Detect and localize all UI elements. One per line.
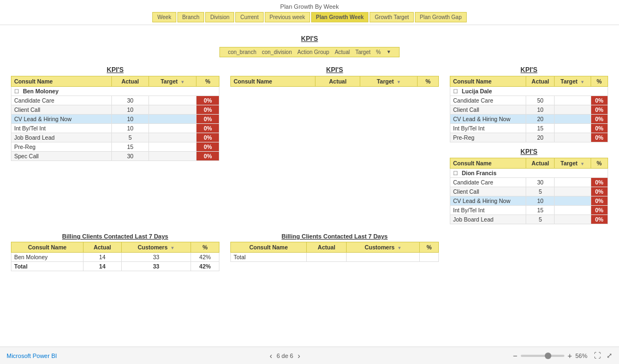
row-name: Candidate Care [450,96,526,105]
row-actual: 14 [84,253,122,262]
row-target [555,215,591,224]
row-actual: 10 [111,105,148,115]
row-percent: 0% [591,115,608,124]
table-row: Candidate Care 30 0% [450,178,608,187]
billing-r-col-percent: % [420,242,439,253]
table-row: Job Board Lead 5 0% [450,215,608,224]
nav-tab-plangrowthweek[interactable]: Plan Growth Week [311,12,369,22]
kpi-left-title: KPI'S [11,66,219,74]
kpi-right-top-wrap: Consult Name Actual Target ▼ % ☐ Lucija … [450,76,608,142]
kpi-mid-table: Consult Name Actual Target ▼ % [230,76,439,87]
zoom-slider-thumb [545,353,551,359]
nav-tab-branch[interactable]: Branch [177,12,205,22]
next-page-button[interactable]: › [297,352,300,360]
row-percent: 0% [591,215,608,224]
nav-tab-current[interactable]: Current [235,12,263,22]
expand-icon-rt[interactable]: ☐ [453,88,458,94]
filter-con-branch[interactable]: con_branch [225,49,258,55]
total-customers: 33 [121,262,191,271]
kpi-rb-col-percent: % [591,158,608,169]
filter-dropdown-icon[interactable]: ▼ [384,49,394,55]
nav-tab-growthtarget[interactable]: Growth Target [370,12,414,22]
nav-tab-division[interactable]: Division [205,12,234,22]
row-name: Job Board Lead [450,215,526,224]
zoom-minus[interactable]: − [513,351,517,360]
prev-page-button[interactable]: ‹ [270,352,272,360]
row-percent: 0% [591,187,608,196]
nav-tab-week[interactable]: Week [152,12,176,22]
fullscreen-icon[interactable]: ⤢ [606,351,612,360]
table-row: Spec Call 30 0% [11,152,219,161]
kpi-left-group-row: ☐ Ben Moloney [11,87,219,96]
row-actual: 10 [526,105,555,115]
kpi-left-table: Consult Name Actual Target ▼ % ☐ Ben Mol… [11,76,219,161]
kpi-rb-col-target: Target ▼ [555,158,591,169]
row-name: Candidate Care [450,178,526,187]
row-target [555,124,591,133]
row-name: Pre-Reg [450,133,526,142]
table-row: CV Lead & Hiring Now 20 0% [450,115,608,124]
row-percent: 0% [591,133,608,142]
zoom-plus[interactable]: + [568,351,572,360]
kpi-left-person: Ben Moloney [23,88,58,94]
row-actual: 15 [111,142,148,152]
filter-percent[interactable]: % [374,49,383,55]
row-percent: 0% [197,142,219,152]
nav-tab-plangrowthhgap[interactable]: Plan Growth Gap [415,12,467,22]
table-row: Pre-Reg 15 0% [11,142,219,152]
kpi-left-col-target: Target ▼ [149,76,197,87]
row-name: Candidate Care [11,96,112,105]
row-actual: 10 [111,124,148,133]
row-percent: 0% [197,133,219,142]
table-row: Client Call 5 0% [450,187,608,196]
billing-col-customers: Customers ▼ [121,242,191,253]
kpi-rb-group-name: ☐ Dion Francis [450,169,608,178]
row-name: Job Board Lead [11,133,112,142]
row-percent: 0% [197,152,219,161]
row-actual: 10 [111,115,148,124]
filter-target[interactable]: Target [353,49,373,55]
kpi-left-col-percent: % [197,76,219,87]
kpi-rb-group-row: ☐ Dion Francis [450,169,608,178]
kpi-panel-right-bottom: KPI'S Consult Name Actual Target ▼ % [450,148,608,224]
billing-section-left: Billing Clients Contacted Last 7 Days Co… [11,233,219,271]
row-percent: 0% [591,124,608,133]
row-actual: 30 [111,152,148,161]
row-target [149,115,197,124]
nav-tabs: Week Branch Division Current Previous we… [152,12,466,22]
billing-left-table: Consult Name Actual Customers ▼ % Ben Mo… [11,242,219,271]
filter-actual[interactable]: Actual [332,49,352,55]
table-row: Int By/Tel Int 10 0% [11,124,219,133]
total-actual [306,253,346,262]
fit-screen-icon[interactable]: ⛶ [594,351,601,360]
powerbi-link[interactable]: Microsoft Power BI [7,353,57,359]
row-name: Ben Moloney [11,253,84,262]
zoom-slider[interactable] [521,355,564,357]
total-customers [347,253,420,262]
row-percent: 0% [591,105,608,115]
row-actual: 15 [526,206,555,215]
kpi-right-top-title: KPI'S [450,66,608,74]
table-row: Ben Moloney 14 33 42% [11,253,219,262]
kpi-right-top-table: Consult Name Actual Target ▼ % ☐ Lucija … [450,76,608,142]
row-customers: 33 [121,253,191,262]
row-percent: 0% [197,124,219,133]
billing-total-row: Total [231,253,439,262]
row-name: Client Call [450,105,526,115]
row-name: CV Lead & Hiring Now [450,196,526,206]
expand-icon-rb[interactable]: ☐ [453,170,458,176]
filter-action-group[interactable]: Action Group [295,49,331,55]
kpis-filter-bar[interactable]: con_branch con_division Action Group Act… [219,47,399,57]
billing-left-title: Billing Clients Contacted Last 7 Days [11,233,219,240]
row-actual: 30 [526,178,555,187]
row-name: Int By/Tel Int [450,124,526,133]
billing-right-spacer [450,233,608,271]
filter-con-division[interactable]: con_division [260,49,294,55]
expand-icon-left[interactable]: ☐ [14,88,19,94]
zoom-bar: − + 56% ⛶ ⤢ [513,351,612,360]
nav-tab-prevweek[interactable]: Previous week [265,12,310,22]
page-indicator: 6 de 6 [277,353,294,359]
total-label: Total [11,262,84,271]
page-title: Plan Growth By Week [0,3,619,10]
billing-total-row: Total 14 33 42% [11,262,219,271]
